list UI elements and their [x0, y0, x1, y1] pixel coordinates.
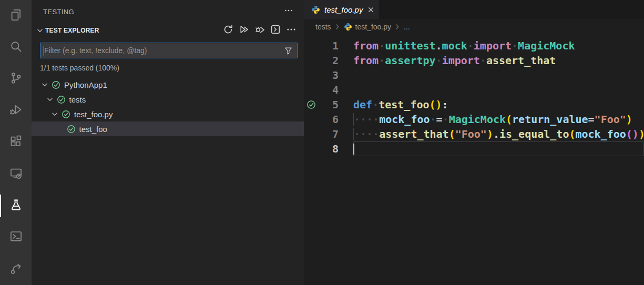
refresh-icon [223, 24, 233, 37]
editor-cursor [353, 144, 354, 155]
line-number: 5 [320, 98, 339, 111]
testing-icon [9, 198, 23, 214]
line-text [353, 141, 644, 156]
breadcrumb-item-test_foopy[interactable]: test_foo.py [344, 23, 392, 31]
line-number: 1 [320, 39, 339, 52]
chevron-down-icon[interactable] [36, 26, 44, 35]
code-editor[interactable]: 1from·unittest.mock·import·MagicMock2fro… [304, 35, 644, 156]
line-text [353, 83, 644, 97]
chevron-down-icon[interactable] [40, 80, 49, 89]
live-share-icon [9, 261, 23, 277]
panel-title: TESTING [43, 8, 74, 16]
tree-item-label: PythonApp1 [64, 80, 107, 89]
code-line-8: 8 [304, 141, 644, 156]
tree-item-test_foo.py[interactable]: test_foo.py [32, 107, 304, 121]
panel-header: TESTING [32, 0, 304, 23]
chevron-down-icon[interactable] [46, 95, 54, 104]
tab-test-foo-py[interactable]: test_foo.py [304, 0, 379, 19]
source-control-icon [9, 71, 23, 87]
test-explorer-section-header[interactable]: TEST EXPLORER [32, 23, 304, 38]
tree-item-label: test_foo [79, 125, 107, 134]
debug-all-tests-button[interactable] [254, 24, 265, 37]
tree-item-label: test_foo.py [74, 110, 113, 119]
search-icon [9, 39, 23, 56]
activity-extensions-button[interactable] [0, 127, 32, 158]
editor-group: test_foo.py teststest_foo.py... 1from·un… [304, 0, 644, 285]
breadcrumb-label: test_foo.py [355, 23, 392, 31]
tree-item-label: tests [69, 95, 86, 104]
breadcrumb-item-[interactable]: ... [404, 23, 410, 31]
filter-funnel-icon[interactable] [284, 46, 293, 57]
refresh-tests-button[interactable] [223, 24, 233, 37]
test-filter-box [40, 43, 298, 58]
test-passed-icon [67, 125, 76, 134]
activity-bar [0, 0, 32, 285]
tree-item-test_foo[interactable]: test_foo [32, 121, 304, 136]
section-toolbar [223, 24, 297, 37]
line-text: def·test_foo(): [353, 97, 644, 112]
test-tree: PythonApp1teststest_foo.pytest_foo [32, 77, 304, 136]
more-actions-button[interactable] [286, 24, 297, 37]
code-line-6: 6····mock_foo·=·MagicMock(return_value="… [304, 112, 644, 127]
breadcrumb-item-tests[interactable]: tests [315, 23, 331, 31]
test-filter-input[interactable] [40, 46, 297, 55]
line-number: 7 [320, 128, 339, 140]
gutter-test-passed-icon[interactable] [304, 100, 320, 109]
activity-source-control-button[interactable] [0, 63, 32, 95]
code-line-7: 7····assert_that("Foo").is_equal_to(mock… [304, 127, 644, 141]
code-line-5: 5def·test_foo(): [304, 97, 644, 112]
code-line-1: 1from·unittest.mock·import·MagicMock [304, 38, 644, 53]
show-output-button[interactable] [270, 24, 281, 37]
chevron-down-icon[interactable] [50, 110, 59, 118]
test-passed-icon [62, 110, 70, 119]
chevron-right-icon [394, 23, 401, 30]
terminal-icon [9, 229, 23, 246]
code-line-3: 3 [304, 68, 644, 83]
line-text: ····assert_that("Foo").is_equal_to(mock_… [353, 127, 644, 141]
breadcrumb: teststest_foo.py... [304, 19, 644, 35]
close-icon[interactable] [367, 6, 375, 14]
tab-bar: test_foo.py [304, 0, 644, 19]
debug-all-icon [254, 24, 265, 37]
activity-remote-explorer-button[interactable] [0, 158, 32, 190]
activity-testing-button[interactable] [0, 190, 32, 221]
code-line-2: 2from·assertpy·import·assert_that [304, 53, 644, 68]
activity-search-button[interactable] [0, 32, 32, 63]
activity-explorer-button[interactable] [0, 0, 32, 32]
python-file-icon [311, 5, 320, 14]
test-summary: 1/1 tests passed (100%) [40, 64, 295, 72]
section-title: TEST EXPLORER [45, 27, 99, 34]
test-passed-icon [52, 80, 60, 89]
testing-sidebar: TESTING TEST EXPLORER 1/1 tests passed (… [32, 0, 304, 285]
tree-item-PythonApp1[interactable]: PythonApp1 [32, 77, 304, 92]
line-number: 8 [320, 142, 339, 155]
line-text: ····mock_foo·=·MagicMock(return_value="F… [353, 112, 644, 127]
run-and-debug-icon [9, 103, 23, 119]
activity-live-share-button[interactable] [0, 253, 32, 285]
breadcrumb-label: tests [315, 23, 331, 31]
chevron-right-icon [334, 23, 341, 30]
remote-explorer-icon [9, 166, 23, 182]
line-text: from·assertpy·import·assert_that [353, 53, 644, 68]
explorer-icon [9, 8, 23, 24]
line-number: 4 [320, 84, 339, 96]
panel-more-actions-button[interactable] [284, 6, 293, 17]
line-text [353, 68, 644, 83]
run-all-tests-button[interactable] [239, 24, 249, 37]
line-number: 2 [320, 54, 339, 67]
more-icon [286, 24, 297, 37]
activity-terminal-button[interactable] [0, 222, 32, 253]
open-panel-icon [270, 24, 281, 37]
more-icon [284, 6, 293, 17]
run-all-icon [239, 24, 249, 37]
activity-run-and-debug-button[interactable] [0, 95, 32, 127]
test-passed-icon [57, 95, 66, 104]
code-line-4: 4 [304, 83, 644, 97]
python-file-icon [344, 23, 352, 31]
line-text: from·unittest.mock·import·MagicMock [353, 38, 644, 53]
line-number: 3 [320, 69, 339, 82]
breadcrumb-label: ... [404, 23, 410, 31]
tree-item-tests[interactable]: tests [32, 92, 304, 107]
tab-title: test_foo.py [324, 5, 363, 14]
text-cursor [44, 46, 44, 56]
